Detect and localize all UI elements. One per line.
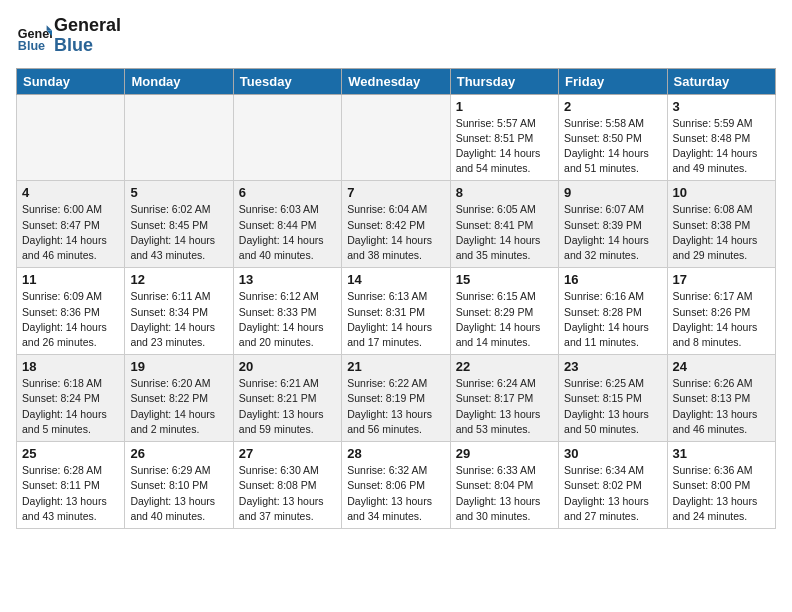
day-info: Sunrise: 6:25 AMSunset: 8:15 PMDaylight:… [564,376,661,437]
day-info: Sunrise: 6:09 AMSunset: 8:36 PMDaylight:… [22,289,119,350]
calendar-cell: 6Sunrise: 6:03 AMSunset: 8:44 PMDaylight… [233,181,341,268]
day-info: Sunrise: 6:12 AMSunset: 8:33 PMDaylight:… [239,289,336,350]
calendar-cell: 8Sunrise: 6:05 AMSunset: 8:41 PMDaylight… [450,181,558,268]
day-info: Sunrise: 6:16 AMSunset: 8:28 PMDaylight:… [564,289,661,350]
calendar-cell: 7Sunrise: 6:04 AMSunset: 8:42 PMDaylight… [342,181,450,268]
calendar-cell: 29Sunrise: 6:33 AMSunset: 8:04 PMDayligh… [450,442,558,529]
day-info: Sunrise: 6:18 AMSunset: 8:24 PMDaylight:… [22,376,119,437]
day-number: 23 [564,359,661,374]
day-number: 7 [347,185,444,200]
week-row-5: 25Sunrise: 6:28 AMSunset: 8:11 PMDayligh… [17,442,776,529]
calendar-cell: 12Sunrise: 6:11 AMSunset: 8:34 PMDayligh… [125,268,233,355]
day-number: 21 [347,359,444,374]
day-info: Sunrise: 6:11 AMSunset: 8:34 PMDaylight:… [130,289,227,350]
calendar-cell: 23Sunrise: 6:25 AMSunset: 8:15 PMDayligh… [559,355,667,442]
day-number: 15 [456,272,553,287]
calendar-cell: 2Sunrise: 5:58 AMSunset: 8:50 PMDaylight… [559,94,667,181]
logo-general: General [54,16,121,36]
logo-icon: General Blue [16,18,52,54]
calendar-cell [233,94,341,181]
calendar-cell [17,94,125,181]
calendar-cell: 13Sunrise: 6:12 AMSunset: 8:33 PMDayligh… [233,268,341,355]
day-number: 5 [130,185,227,200]
calendar-cell: 19Sunrise: 6:20 AMSunset: 8:22 PMDayligh… [125,355,233,442]
week-row-1: 1Sunrise: 5:57 AMSunset: 8:51 PMDaylight… [17,94,776,181]
day-info: Sunrise: 6:02 AMSunset: 8:45 PMDaylight:… [130,202,227,263]
day-info: Sunrise: 6:08 AMSunset: 8:38 PMDaylight:… [673,202,770,263]
day-number: 19 [130,359,227,374]
day-number: 26 [130,446,227,461]
calendar-cell: 5Sunrise: 6:02 AMSunset: 8:45 PMDaylight… [125,181,233,268]
day-info: Sunrise: 6:22 AMSunset: 8:19 PMDaylight:… [347,376,444,437]
day-info: Sunrise: 6:17 AMSunset: 8:26 PMDaylight:… [673,289,770,350]
day-info: Sunrise: 5:58 AMSunset: 8:50 PMDaylight:… [564,116,661,177]
page-header: General Blue General Blue [16,16,776,56]
day-info: Sunrise: 6:36 AMSunset: 8:00 PMDaylight:… [673,463,770,524]
calendar-cell: 24Sunrise: 6:26 AMSunset: 8:13 PMDayligh… [667,355,775,442]
calendar-cell: 9Sunrise: 6:07 AMSunset: 8:39 PMDaylight… [559,181,667,268]
day-number: 16 [564,272,661,287]
day-info: Sunrise: 6:29 AMSunset: 8:10 PMDaylight:… [130,463,227,524]
day-number: 27 [239,446,336,461]
day-number: 2 [564,99,661,114]
day-number: 25 [22,446,119,461]
day-info: Sunrise: 6:24 AMSunset: 8:17 PMDaylight:… [456,376,553,437]
day-number: 1 [456,99,553,114]
day-info: Sunrise: 6:07 AMSunset: 8:39 PMDaylight:… [564,202,661,263]
day-number: 24 [673,359,770,374]
day-number: 29 [456,446,553,461]
header-row: SundayMondayTuesdayWednesdayThursdayFrid… [17,68,776,94]
day-info: Sunrise: 6:34 AMSunset: 8:02 PMDaylight:… [564,463,661,524]
day-info: Sunrise: 6:32 AMSunset: 8:06 PMDaylight:… [347,463,444,524]
column-header-friday: Friday [559,68,667,94]
day-info: Sunrise: 6:28 AMSunset: 8:11 PMDaylight:… [22,463,119,524]
calendar-cell [342,94,450,181]
column-header-wednesday: Wednesday [342,68,450,94]
calendar-cell: 20Sunrise: 6:21 AMSunset: 8:21 PMDayligh… [233,355,341,442]
calendar-cell: 14Sunrise: 6:13 AMSunset: 8:31 PMDayligh… [342,268,450,355]
calendar-cell: 18Sunrise: 6:18 AMSunset: 8:24 PMDayligh… [17,355,125,442]
calendar-cell: 17Sunrise: 6:17 AMSunset: 8:26 PMDayligh… [667,268,775,355]
day-info: Sunrise: 6:20 AMSunset: 8:22 PMDaylight:… [130,376,227,437]
calendar-cell: 16Sunrise: 6:16 AMSunset: 8:28 PMDayligh… [559,268,667,355]
day-number: 31 [673,446,770,461]
calendar-cell: 11Sunrise: 6:09 AMSunset: 8:36 PMDayligh… [17,268,125,355]
column-header-sunday: Sunday [17,68,125,94]
day-info: Sunrise: 5:57 AMSunset: 8:51 PMDaylight:… [456,116,553,177]
day-info: Sunrise: 6:21 AMSunset: 8:21 PMDaylight:… [239,376,336,437]
column-header-thursday: Thursday [450,68,558,94]
svg-text:Blue: Blue [18,39,45,53]
day-number: 18 [22,359,119,374]
calendar-cell: 3Sunrise: 5:59 AMSunset: 8:48 PMDaylight… [667,94,775,181]
day-number: 28 [347,446,444,461]
calendar-cell: 15Sunrise: 6:15 AMSunset: 8:29 PMDayligh… [450,268,558,355]
calendar-table: SundayMondayTuesdayWednesdayThursdayFrid… [16,68,776,529]
column-header-tuesday: Tuesday [233,68,341,94]
day-number: 20 [239,359,336,374]
day-number: 30 [564,446,661,461]
day-info: Sunrise: 6:33 AMSunset: 8:04 PMDaylight:… [456,463,553,524]
day-number: 11 [22,272,119,287]
calendar-cell: 26Sunrise: 6:29 AMSunset: 8:10 PMDayligh… [125,442,233,529]
calendar-cell: 27Sunrise: 6:30 AMSunset: 8:08 PMDayligh… [233,442,341,529]
day-number: 14 [347,272,444,287]
day-number: 13 [239,272,336,287]
logo: General Blue General Blue [16,16,121,56]
day-number: 8 [456,185,553,200]
day-number: 4 [22,185,119,200]
day-info: Sunrise: 6:04 AMSunset: 8:42 PMDaylight:… [347,202,444,263]
calendar-cell: 22Sunrise: 6:24 AMSunset: 8:17 PMDayligh… [450,355,558,442]
calendar-cell [125,94,233,181]
day-number: 17 [673,272,770,287]
day-info: Sunrise: 6:05 AMSunset: 8:41 PMDaylight:… [456,202,553,263]
calendar-cell: 1Sunrise: 5:57 AMSunset: 8:51 PMDaylight… [450,94,558,181]
column-header-saturday: Saturday [667,68,775,94]
day-number: 12 [130,272,227,287]
day-info: Sunrise: 5:59 AMSunset: 8:48 PMDaylight:… [673,116,770,177]
column-header-monday: Monday [125,68,233,94]
logo-blue: Blue [54,36,121,56]
calendar-cell: 28Sunrise: 6:32 AMSunset: 8:06 PMDayligh… [342,442,450,529]
day-info: Sunrise: 6:15 AMSunset: 8:29 PMDaylight:… [456,289,553,350]
calendar-cell: 21Sunrise: 6:22 AMSunset: 8:19 PMDayligh… [342,355,450,442]
week-row-4: 18Sunrise: 6:18 AMSunset: 8:24 PMDayligh… [17,355,776,442]
